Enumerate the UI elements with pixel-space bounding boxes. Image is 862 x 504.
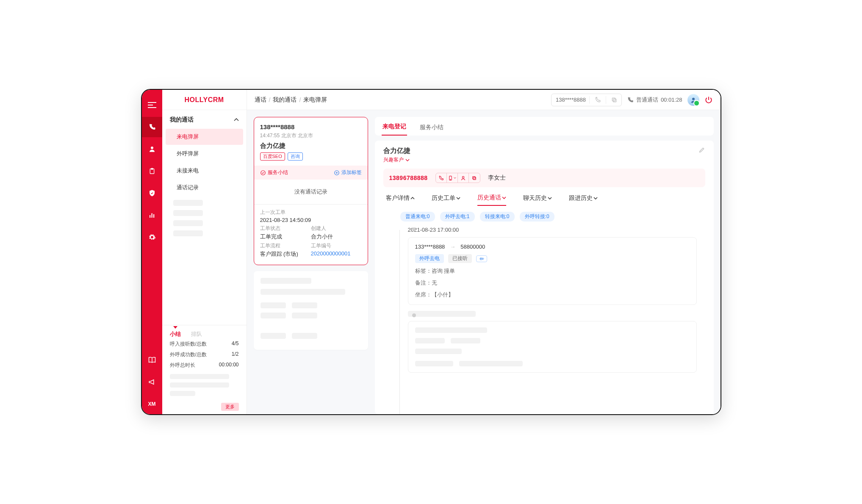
content-tabs: 来电登记 服务小结 [375, 117, 714, 136]
rail-user-icon[interactable] [142, 139, 162, 159]
dial-copy-icon[interactable] [610, 97, 619, 103]
rail-gear-icon[interactable] [142, 227, 162, 247]
chevron-down-icon [456, 197, 460, 199]
stat-row: 呼入接听数/总数 4/5 [162, 339, 247, 349]
svg-point-9 [261, 170, 265, 175]
svg-rect-5 [153, 214, 154, 218]
svg-rect-15 [473, 176, 475, 179]
call-status-badge: 已接听 [448, 254, 472, 263]
left-rail: XM [142, 90, 162, 414]
timeline-note: 备注：无 [415, 279, 690, 287]
histtab-follow[interactable]: 跟进历史 [569, 194, 598, 206]
sidebar: HOLLYCRM 我的通话 来电弹屏 外呼弹屏 未接来电 通话记录 小结 排队 … [162, 90, 247, 414]
call-state: 普通通话 00:01:28 [627, 96, 682, 104]
avatar[interactable] [687, 94, 699, 106]
tab-incoming-register[interactable]: 来电登记 [382, 123, 407, 136]
rail-clipboard-icon[interactable] [142, 161, 162, 181]
rail-megaphone-icon[interactable] [142, 372, 162, 392]
timeline-time: 2021-08-23 17:00:00 [408, 226, 697, 233]
stats-skeleton [170, 374, 229, 379]
service-summary-button[interactable]: 服务小结 [260, 169, 288, 176]
left-column: 138****8888 14:47:55 北京市 北京市 合力亿捷 百度SEO … [254, 117, 368, 414]
svg-rect-4 [151, 213, 152, 218]
svg-point-12 [450, 179, 451, 180]
order-number-link[interactable]: 2020000000001 [311, 250, 362, 257]
rail-shield-icon[interactable] [142, 183, 162, 203]
stat-row: 外呼成功数/总数 1/2 [162, 349, 247, 360]
customer-name: 合力亿捷 [383, 147, 410, 155]
histtab-chat[interactable]: 聊天历史 [523, 194, 552, 206]
call-to: 58800000 [460, 244, 485, 250]
stats-tab-summary[interactable]: 小结 [170, 330, 181, 338]
waveform-icon[interactable] [476, 255, 487, 262]
action-mobile-icon[interactable] [447, 173, 458, 183]
chevron-down-icon [502, 197, 506, 199]
breadcrumb: 通话/ 我的通话/ 来电弹屏 [255, 96, 327, 104]
tag-badge: 咨询 [288, 152, 303, 161]
history-tabs: 客户详情 历史工单 历史通话 聊天历史 跟进历史 [383, 187, 705, 206]
stat-row: 外呼总时长 00:00:00 [162, 360, 247, 371]
timeline-seat: 坐席：【小什】 [415, 291, 690, 299]
call-time-location: 14:47:55 北京市 北京市 [260, 132, 362, 139]
arrow-right-icon: → [450, 244, 455, 250]
timeline-card: 133****8888 → 58800000 外呼去电 已接听 [408, 237, 697, 305]
sidebar-skeleton [173, 220, 203, 226]
call-type-badge: 外呼去电 [415, 254, 444, 263]
svg-point-8 [692, 97, 695, 100]
tab-service-summary[interactable]: 服务小结 [419, 124, 444, 136]
last-order-label: 上一次工单 [260, 209, 362, 216]
call-phone: 138****8888 [260, 123, 362, 130]
chip[interactable]: 外呼去电:1 [440, 212, 475, 222]
stats-skeleton [170, 382, 229, 388]
power-icon[interactable] [704, 96, 713, 104]
histtab-orders[interactable]: 历史工单 [432, 194, 460, 206]
edit-icon[interactable] [698, 147, 705, 153]
chip[interactable]: 转接来电:0 [480, 212, 515, 222]
sidebar-stats: 小结 排队 呼入接听数/总数 4/5 外呼成功数/总数 1/2 外呼总时长 00… [162, 325, 247, 414]
svg-rect-6 [613, 99, 616, 102]
dial-phone-icon[interactable] [593, 97, 602, 103]
svg-point-13 [462, 176, 464, 178]
chevron-down-icon [548, 197, 552, 199]
chip[interactable]: 普通来电:0 [400, 212, 435, 222]
stats-more-button[interactable]: 更多 [221, 403, 239, 411]
sidebar-item-records[interactable]: 通话记录 [166, 180, 243, 196]
sidebar-section-header[interactable]: 我的通话 [162, 110, 247, 128]
right-column: 来电登记 服务小结 合力亿捷 兴趣客户 [375, 117, 714, 414]
sidebar-skeleton [173, 210, 203, 216]
timeline-tags: 标签：咨询 撞单 [415, 267, 690, 275]
stats-tab-queue[interactable]: 排队 [191, 330, 202, 338]
sidebar-section-label: 我的通话 [170, 116, 194, 124]
menu-icon[interactable] [142, 95, 162, 115]
dial-number[interactable]: 138****8888 [556, 97, 586, 103]
dial-input-group: 138****8888 [551, 94, 622, 106]
action-copy-icon[interactable] [469, 173, 480, 183]
placeholder-card [254, 271, 368, 350]
rail-xm-label[interactable]: XM [142, 394, 162, 414]
rail-chart-icon[interactable] [142, 205, 162, 225]
chevron-down-icon [405, 159, 410, 161]
contact-action-group [435, 173, 480, 183]
sidebar-skeleton [173, 230, 203, 236]
app-frame: XM HOLLYCRM 我的通话 来电弹屏 外呼弹屏 未接来电 通话记录 小结 … [141, 89, 721, 415]
call-company: 合力亿捷 [260, 142, 362, 150]
svg-point-0 [151, 147, 153, 149]
chip[interactable]: 外呼转接:0 [520, 212, 554, 222]
timeline: 2021-08-23 17:00:00 133****8888 → 588000… [383, 222, 705, 414]
sidebar-item-outgoing-popup[interactable]: 外呼弹屏 [166, 146, 243, 162]
rail-phone-icon[interactable] [142, 117, 162, 137]
rail-book-icon[interactable] [142, 350, 162, 370]
sidebar-skeleton [173, 200, 203, 206]
action-user-icon[interactable] [458, 173, 469, 183]
add-tag-button[interactable]: 添加标签 [334, 169, 362, 176]
contact-person: 李女士 [488, 174, 506, 182]
main: 通话/ 我的通话/ 来电弹屏 138****8888 普通通话 00:01:28 [247, 90, 721, 414]
histtab-calls[interactable]: 历史通话 [477, 194, 506, 206]
sidebar-item-missed[interactable]: 未接来电 [166, 163, 243, 179]
sidebar-item-incoming-popup[interactable]: 来电弹屏 [166, 129, 243, 145]
action-call-icon[interactable] [436, 173, 447, 183]
timeline-card-skeleton [408, 321, 697, 373]
customer-stage[interactable]: 兴趣客户 [383, 156, 410, 163]
svg-rect-7 [612, 98, 615, 101]
histtab-detail[interactable]: 客户详情 [386, 194, 415, 206]
